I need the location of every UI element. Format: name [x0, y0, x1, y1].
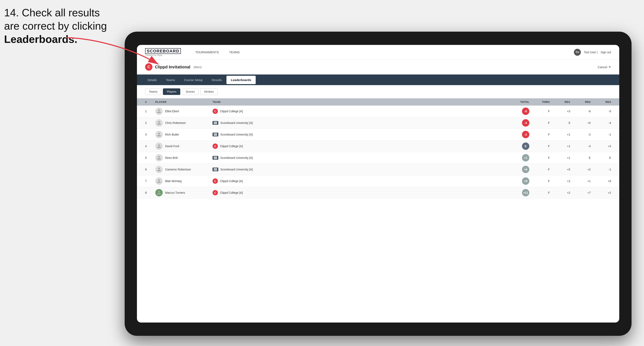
- total-cell: E: [505, 143, 529, 150]
- filter-strokes[interactable]: Strokes: [200, 88, 218, 95]
- svg-rect-7: [214, 157, 217, 157]
- team-icon: C: [212, 190, 218, 195]
- tournament-gender: (Men): [194, 65, 202, 69]
- filter-teams[interactable]: Teams: [145, 88, 161, 95]
- rd1-cell: -5: [550, 121, 570, 125]
- rd3-cell: -1: [591, 133, 611, 136]
- logo-sub: Powered by clippd: [145, 54, 181, 56]
- player-avatar: [155, 177, 163, 185]
- team-icon: C: [212, 144, 218, 149]
- svg-rect-9: [214, 159, 217, 159]
- filter-scores[interactable]: Scores: [182, 88, 199, 95]
- col-rd2: RD2: [570, 100, 591, 104]
- team-cell: Scoreboard University [A]: [212, 168, 505, 171]
- total-cell: -8: [505, 108, 529, 115]
- thru-cell: F: [529, 191, 550, 194]
- cancel-icon: ✕: [608, 65, 611, 69]
- team-icon: [212, 168, 218, 171]
- svg-rect-10: [214, 168, 217, 169]
- total-cell: -2: [505, 131, 529, 138]
- svg-rect-3: [214, 124, 217, 124]
- thru-cell: F: [529, 179, 550, 183]
- col-rd1: RD1: [550, 100, 570, 104]
- tab-teams[interactable]: Teams: [162, 76, 180, 84]
- table-row: 3 Rich Butler Scoreboard University [A] …: [137, 129, 619, 141]
- col-rd3: RD3: [591, 100, 611, 104]
- team-cell: C Clippd College [A]: [212, 109, 505, 114]
- rank-cell: 2: [145, 121, 155, 125]
- cancel-button[interactable]: Cancel ✕: [598, 65, 611, 69]
- table-row: 7 Blair McHarg C Clippd College [A] +9 F…: [137, 175, 619, 187]
- player-name: Chris Robertson: [165, 121, 186, 125]
- team-name: Scoreboard University [A]: [220, 156, 253, 160]
- nav-tournaments[interactable]: TOURNAMENTS: [191, 49, 223, 55]
- team-icon: [212, 133, 218, 136]
- team-cell: C Clippd College [A]: [212, 190, 505, 195]
- player-avatar: [155, 108, 163, 115]
- svg-rect-6: [214, 135, 217, 136]
- score-badge: -8: [522, 108, 529, 115]
- tab-details[interactable]: Details: [143, 76, 162, 84]
- team-icon: [212, 156, 218, 160]
- svg-rect-12: [214, 170, 217, 171]
- filter-players[interactable]: Players: [163, 88, 180, 95]
- thru-cell: F: [529, 156, 550, 160]
- col-rank: #: [145, 100, 155, 104]
- thru-cell: F: [529, 121, 550, 125]
- tournament-name: Clippd Invitational: [155, 65, 190, 69]
- player-cell: Blair McHarg: [155, 177, 212, 185]
- rd2-cell: +7: [570, 191, 591, 194]
- logo: SCOREBOARD Powered by clippd: [145, 48, 181, 56]
- nav-teams[interactable]: TEAMS: [225, 49, 244, 55]
- player-cell: Rich Butler: [155, 131, 212, 138]
- total-cell: +6: [505, 166, 529, 173]
- table-row: 8 Marcus Turners C Clippd College [A] +1…: [137, 187, 619, 199]
- player-cell: Marcus Turners: [155, 189, 212, 196]
- rd2-cell: E: [570, 156, 591, 160]
- table-row: 2 Chris Robertson Scoreboard University …: [137, 117, 619, 129]
- svg-rect-5: [214, 134, 217, 135]
- table-row: 6 Cameron Robertson Scoreboard Universit…: [137, 164, 619, 175]
- thru-cell: F: [529, 133, 550, 136]
- total-cell: +11: [505, 189, 529, 196]
- user-label: Test User |: [584, 51, 598, 54]
- total-cell: -4: [505, 119, 529, 127]
- tournament-header: C Clippd Invitational (Men) Cancel ✕: [137, 60, 619, 74]
- nav-right: TU Test User | Sign out: [574, 49, 611, 56]
- score-badge: -4: [522, 119, 529, 127]
- rd2-cell: -2: [570, 133, 591, 136]
- score-badge: E: [522, 143, 529, 150]
- player-name: Cameron Robertson: [165, 168, 191, 171]
- rank-cell: 3: [145, 133, 155, 136]
- table-header: # PLAYER TEAM TOTAL THRU RD1 RD2 RD3: [137, 98, 619, 106]
- thru-cell: F: [529, 110, 550, 113]
- team-icon: C: [212, 178, 218, 184]
- tournament-icon: C: [145, 63, 152, 71]
- device-screen: SCOREBOARD Powered by clippd TOURNAMENTS…: [137, 45, 619, 323]
- player-avatar: [155, 154, 163, 162]
- rd1-cell: +2: [550, 191, 570, 194]
- cancel-label: Cancel: [598, 65, 607, 69]
- svg-rect-4: [214, 133, 217, 134]
- svg-rect-8: [214, 158, 217, 158]
- score-badge: -2: [522, 131, 529, 138]
- nav-items: TOURNAMENTS TEAMS: [191, 49, 574, 55]
- tab-course-setup[interactable]: Course Setup: [180, 76, 207, 84]
- tab-results[interactable]: Results: [207, 76, 226, 84]
- score-badge: +11: [522, 189, 529, 196]
- player-avatar: [155, 189, 163, 196]
- tab-leaderboards[interactable]: Leaderboards: [226, 76, 256, 84]
- col-player: PLAYER: [155, 100, 212, 104]
- player-cell: Chris Robertson: [155, 119, 212, 127]
- instruction-line2: are correct by clicking: [4, 20, 107, 32]
- instruction-bold: Leaderboards.: [4, 33, 77, 45]
- col-thru: THRU: [529, 100, 550, 104]
- rank-cell: 6: [145, 168, 155, 171]
- col-team: TEAM: [212, 100, 505, 104]
- signout-button[interactable]: Sign out: [601, 51, 611, 54]
- tournament-title-area: C Clippd Invitational (Men): [145, 63, 202, 71]
- player-name: Elliot Ebert: [165, 110, 179, 113]
- team-name: Scoreboard University [A]: [220, 168, 253, 171]
- score-badge: +9: [522, 177, 529, 185]
- rd1-cell: +1: [550, 133, 570, 136]
